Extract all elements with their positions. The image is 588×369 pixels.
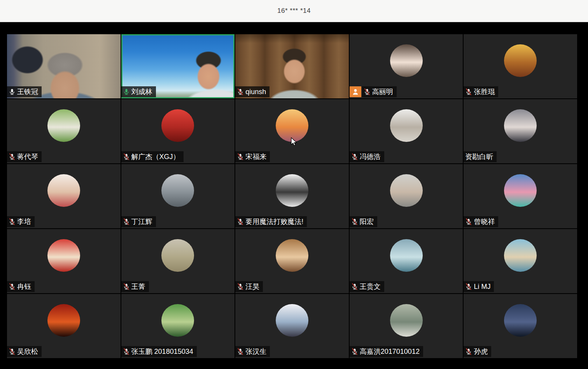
participant-tile-5[interactable]: 张胜琨 bbox=[464, 34, 577, 98]
avatar bbox=[504, 174, 537, 207]
nameplate: 王贵文 bbox=[350, 281, 384, 292]
mic-muted-icon bbox=[237, 348, 244, 355]
mic-muted-icon bbox=[465, 218, 472, 225]
nameplate-row: 蒋代琴 bbox=[7, 151, 42, 162]
mic-muted-icon bbox=[123, 283, 130, 290]
participant-tile-24[interactable]: 高嘉洪2017010012 bbox=[350, 294, 463, 358]
participant-tile-16[interactable]: 冉钰 bbox=[7, 229, 121, 293]
participant-name: 资勘白昕 bbox=[465, 152, 493, 161]
nameplate-row: 丁江辉 bbox=[121, 216, 156, 227]
nameplate: 张胜琨 bbox=[464, 86, 498, 97]
nameplate-row: qiunsh bbox=[235, 86, 270, 97]
participant-name: 张胜琨 bbox=[474, 87, 495, 96]
participant-tile-9[interactable]: 冯德浩 bbox=[350, 99, 463, 163]
nameplate-row: 李培 bbox=[7, 216, 35, 227]
participant-tile-25[interactable]: 孙虎 bbox=[464, 294, 577, 358]
participant-tile-2[interactable]: 刘成林 bbox=[121, 34, 235, 98]
avatar bbox=[276, 304, 308, 337]
nameplate: 汪昊 bbox=[235, 281, 263, 292]
avatar bbox=[161, 304, 194, 337]
mic-muted-icon bbox=[465, 348, 472, 355]
nameplate: Li MJ bbox=[464, 281, 494, 292]
avatar bbox=[276, 109, 308, 142]
participant-tile-10[interactable]: 资勘白昕 bbox=[464, 99, 577, 163]
participant-name: 张汉生 bbox=[245, 347, 266, 356]
mic-muted-icon bbox=[9, 218, 16, 225]
avatar bbox=[390, 174, 423, 207]
participant-name: 刘成林 bbox=[131, 87, 152, 96]
participant-name: 汪昊 bbox=[245, 282, 259, 291]
nameplate-row: 阳宏 bbox=[350, 216, 377, 227]
nameplate: 要用魔法打败魔法! bbox=[235, 216, 307, 227]
participant-name: 孙虎 bbox=[474, 347, 488, 356]
nameplate-row: 张胜琨 bbox=[464, 86, 498, 97]
nameplate-row: 吴欣松 bbox=[7, 346, 42, 357]
participant-name: 宋福来 bbox=[245, 152, 266, 161]
participant-name: Li MJ bbox=[474, 282, 490, 291]
avatar bbox=[504, 44, 537, 77]
nameplate: 王铁冠 bbox=[7, 86, 42, 97]
nameplate: 张汉生 bbox=[235, 346, 270, 357]
participant-name: 吴欣松 bbox=[17, 347, 38, 356]
nameplate: 刘成林 bbox=[121, 86, 156, 97]
meeting-title: 16* *** *14 bbox=[277, 7, 311, 15]
nameplate-row: 解广杰（XGJ） bbox=[121, 151, 184, 162]
nameplate: 解广杰（XGJ） bbox=[121, 151, 184, 162]
mic-muted-icon bbox=[351, 283, 358, 290]
nameplate-row: 资勘白昕 bbox=[464, 151, 497, 162]
participant-tile-3[interactable]: qiunsh bbox=[235, 34, 349, 98]
participant-tile-17[interactable]: 王菁 bbox=[121, 229, 235, 293]
nameplate-row: 曾晓祥 bbox=[464, 216, 498, 227]
nameplate-row: 王贵文 bbox=[350, 281, 384, 292]
nameplate: 张玉鹏 2018015034 bbox=[121, 346, 197, 357]
participant-tile-11[interactable]: 李培 bbox=[7, 164, 121, 228]
participant-tile-1[interactable]: 王铁冠 bbox=[7, 34, 121, 98]
participant-name: 王铁冠 bbox=[17, 87, 38, 96]
participant-tile-13[interactable]: 要用魔法打败魔法! bbox=[235, 164, 349, 228]
participant-tile-7[interactable]: 解广杰（XGJ） bbox=[121, 99, 235, 163]
participant-name: 丁江辉 bbox=[131, 217, 152, 226]
window-title-bar: 16* *** *14 bbox=[0, 0, 588, 22]
participant-name: 冉钰 bbox=[17, 282, 31, 291]
nameplate: qiunsh bbox=[235, 86, 270, 97]
participant-tile-19[interactable]: 王贵文 bbox=[350, 229, 463, 293]
avatar bbox=[47, 174, 80, 207]
nameplate-row: 汪昊 bbox=[235, 281, 263, 292]
participant-tile-4[interactable]: 高丽明 bbox=[350, 34, 463, 98]
participant-name: qiunsh bbox=[245, 87, 266, 96]
nameplate: 资勘白昕 bbox=[464, 151, 497, 162]
participant-tile-20[interactable]: Li MJ bbox=[464, 229, 577, 293]
mic-muted-icon bbox=[364, 88, 371, 95]
avatar bbox=[47, 239, 80, 272]
nameplate-row: 张玉鹏 2018015034 bbox=[121, 346, 197, 357]
nameplate-row: 孙虎 bbox=[464, 346, 491, 357]
participant-name: 高丽明 bbox=[372, 87, 393, 96]
participant-tile-22[interactable]: 张玉鹏 2018015034 bbox=[121, 294, 235, 358]
nameplate: 冯德浩 bbox=[350, 151, 384, 162]
participant-tile-14[interactable]: 阳宏 bbox=[350, 164, 463, 228]
mic-on-icon bbox=[123, 88, 130, 95]
participant-tile-12[interactable]: 丁江辉 bbox=[121, 164, 235, 228]
nameplate: 高嘉洪2017010012 bbox=[350, 346, 423, 357]
mic-muted-icon bbox=[123, 218, 130, 225]
nameplate-row: 王菁 bbox=[121, 281, 149, 292]
participant-tile-8[interactable]: 宋福来 bbox=[235, 99, 349, 163]
participant-tile-15[interactable]: 曾晓祥 bbox=[464, 164, 577, 228]
nameplate: 曾晓祥 bbox=[464, 216, 498, 227]
avatar bbox=[390, 109, 423, 142]
participant-tile-18[interactable]: 汪昊 bbox=[235, 229, 349, 293]
mic-muted-icon bbox=[9, 153, 16, 160]
avatar bbox=[276, 174, 308, 207]
nameplate-row: 张汉生 bbox=[235, 346, 270, 357]
mic-muted-icon bbox=[123, 348, 130, 355]
nameplate-row: 冉钰 bbox=[7, 281, 35, 292]
avatar bbox=[47, 304, 80, 337]
mic-muted-icon bbox=[237, 153, 244, 160]
participant-tile-23[interactable]: 张汉生 bbox=[235, 294, 349, 358]
mic-muted-icon bbox=[351, 153, 358, 160]
avatar bbox=[47, 109, 80, 142]
participant-tile-21[interactable]: 吴欣松 bbox=[7, 294, 121, 358]
participant-name: 冯德浩 bbox=[360, 152, 381, 161]
participant-tile-6[interactable]: 蒋代琴 bbox=[7, 99, 121, 163]
participant-name: 张玉鹏 2018015034 bbox=[131, 347, 193, 356]
